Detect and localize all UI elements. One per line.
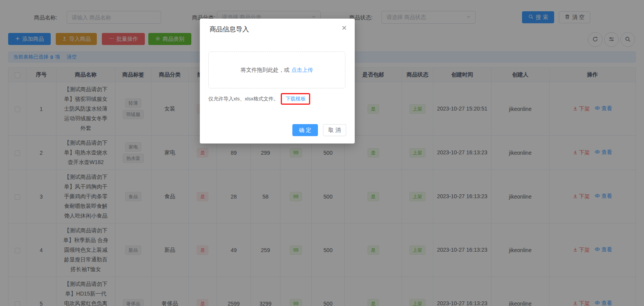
- cancel-button[interactable]: 取 消: [323, 124, 346, 136]
- modal-title: 商品信息导入: [210, 25, 249, 34]
- upload-dropzone[interactable]: 将文件拖到此处，或 点击上传: [208, 52, 345, 88]
- import-modal: 商品信息导入 ✕ 将文件拖到此处，或 点击上传 仅允许导入xls、xlsx格式文…: [200, 19, 355, 143]
- upload-tip-text: 仅允许导入xls、xlsx格式文件。: [208, 95, 278, 102]
- highlight-box: 下载模板: [281, 93, 310, 105]
- confirm-button[interactable]: 确 定: [292, 124, 318, 136]
- upload-tip-row: 仅允许导入xls、xlsx格式文件。 下载模板: [208, 93, 310, 104]
- dropzone-text: 将文件拖到此处，或: [241, 67, 290, 74]
- click-upload-link[interactable]: 点击上传: [292, 67, 313, 74]
- close-icon[interactable]: ✕: [342, 24, 347, 32]
- download-template-link[interactable]: 下载模板: [285, 95, 306, 102]
